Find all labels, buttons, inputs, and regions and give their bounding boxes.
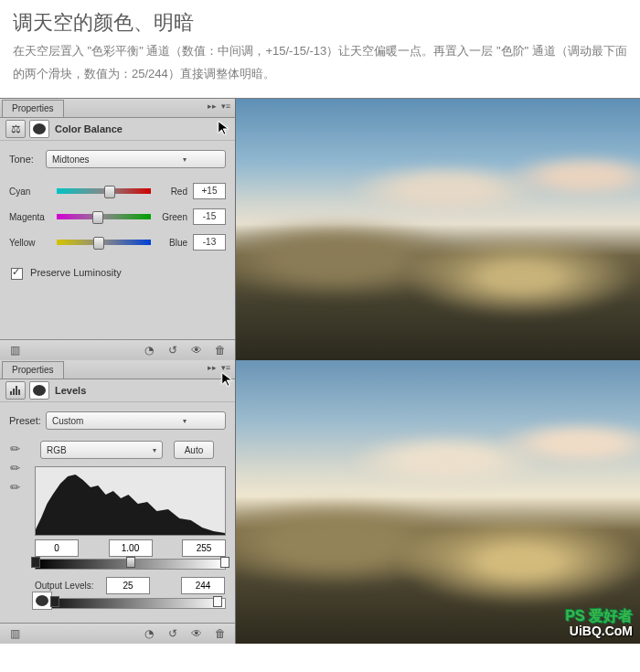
black-slider-thumb[interactable] bbox=[31, 557, 40, 568]
channel-select[interactable]: RGB ▾ bbox=[40, 441, 163, 459]
previous-state-icon[interactable]: ◔ bbox=[138, 342, 160, 358]
panel-collapse-icon[interactable]: ▾≡ bbox=[220, 101, 231, 112]
yellow-blue-slider[interactable] bbox=[57, 240, 151, 245]
slider-label-green: Green bbox=[155, 212, 187, 222]
mouse-cursor bbox=[220, 371, 237, 388]
magenta-green-slider[interactable] bbox=[57, 214, 151, 219]
delete-icon[interactable]: 🗑 bbox=[209, 625, 231, 642]
preset-value: Custom bbox=[52, 416, 89, 426]
panel-menu-icon[interactable]: ▸▸ bbox=[208, 101, 217, 111]
panel-tabbar: Properties ▸▸ ▾≡ bbox=[0, 360, 235, 379]
layer-mask-icon[interactable] bbox=[29, 381, 49, 400]
preview-image-top bbox=[236, 99, 640, 360]
histogram bbox=[35, 466, 226, 536]
panel-title: Levels bbox=[55, 385, 86, 396]
output-black[interactable] bbox=[106, 577, 150, 594]
levels-icon bbox=[5, 381, 26, 400]
cyan-red-value[interactable]: +15 bbox=[193, 183, 226, 199]
properties-tab[interactable]: Properties bbox=[2, 361, 64, 379]
input-gamma[interactable] bbox=[109, 539, 153, 557]
svg-rect-2 bbox=[16, 386, 17, 395]
clip-to-layer-icon[interactable]: ▥ bbox=[4, 342, 26, 358]
svg-rect-1 bbox=[13, 389, 15, 395]
white-slider-thumb[interactable] bbox=[220, 557, 229, 568]
slider-label-blue: Blue bbox=[155, 238, 187, 248]
preset-select[interactable]: Custom ▾ bbox=[46, 411, 226, 430]
slider-thumb[interactable] bbox=[93, 237, 104, 250]
preview-image-bottom: PS 爱好者 UiBQ.CoM bbox=[236, 360, 640, 644]
panel-menu-icon[interactable]: ▸▸ bbox=[208, 363, 217, 372]
input-gradient[interactable] bbox=[35, 559, 226, 570]
output-black-thumb[interactable] bbox=[50, 596, 59, 607]
slider-label-magenta: Magenta bbox=[9, 212, 53, 222]
properties-panel-color-balance: Properties ▸▸ ▾≡ ⚖ Color Balance Tone: M… bbox=[0, 99, 236, 360]
watermark-line2: UiBQ.CoM bbox=[565, 624, 633, 638]
eyedropper-group: ✎ ✎ ✎ bbox=[9, 439, 29, 609]
slider-thumb[interactable] bbox=[104, 186, 115, 198]
preserve-luminosity-label: Preserve Luminosity bbox=[30, 267, 122, 278]
clip-to-layer-icon[interactable]: ▥ bbox=[4, 625, 26, 642]
slider-label-yellow: Yellow bbox=[9, 238, 53, 248]
article-body: 在天空层置入 "色彩平衡" 通道（数值：中间调，+15/-15/-13）让天空偏… bbox=[0, 40, 640, 98]
output-gradient[interactable] bbox=[35, 598, 226, 609]
slider-thumb[interactable] bbox=[92, 211, 103, 224]
input-black-point[interactable] bbox=[35, 539, 79, 557]
properties-panel-levels: Properties ▸▸ ▾≡ Levels Preset: Custom ▾ bbox=[0, 360, 236, 644]
channel-value: RGB bbox=[47, 445, 67, 455]
dropdown-arrow-icon: ▾ bbox=[183, 155, 219, 164]
visibility-icon[interactable]: 👁 bbox=[186, 342, 208, 358]
output-white-thumb[interactable] bbox=[213, 596, 222, 607]
article-title: 调天空的颜色、明暗 bbox=[0, 0, 640, 40]
panel-footer: ▥ ◔ ↺ 👁 🗑 bbox=[0, 339, 235, 360]
magenta-green-value[interactable]: -15 bbox=[193, 208, 226, 225]
reset-icon[interactable]: ↺ bbox=[162, 625, 184, 642]
checkbox-icon[interactable] bbox=[11, 268, 23, 280]
layer-mask-icon[interactable] bbox=[29, 120, 49, 138]
gray-slider-thumb[interactable] bbox=[126, 557, 135, 568]
reset-icon[interactable]: ↺ bbox=[162, 342, 184, 358]
output-levels-label: Output Levels: bbox=[35, 581, 106, 591]
watermark: PS 爱好者 UiBQ.CoM bbox=[565, 608, 633, 638]
previous-state-icon[interactable]: ◔ bbox=[138, 625, 160, 642]
panel-title: Color Balance bbox=[55, 123, 123, 134]
mouse-cursor bbox=[217, 120, 233, 136]
svg-rect-3 bbox=[18, 389, 20, 395]
auto-button[interactable]: Auto bbox=[174, 441, 214, 459]
white-point-eyedropper-icon[interactable]: ✎ bbox=[7, 473, 31, 496]
tone-value: Midtones bbox=[52, 155, 89, 165]
preset-label: Preset: bbox=[9, 415, 46, 426]
cyan-red-slider[interactable] bbox=[57, 188, 151, 194]
yellow-blue-value[interactable]: -13 bbox=[193, 234, 226, 251]
color-balance-icon: ⚖ bbox=[5, 120, 26, 138]
panel-tabbar: Properties ▸▸ ▾≡ bbox=[0, 99, 235, 118]
preserve-luminosity-checkbox[interactable]: Preserve Luminosity bbox=[11, 267, 226, 280]
slider-label-cyan: Cyan bbox=[9, 187, 53, 197]
input-white-point[interactable] bbox=[182, 539, 226, 557]
tone-label: Tone: bbox=[9, 154, 46, 165]
wa-mask-icon[interactable] bbox=[32, 592, 52, 610]
properties-tab[interactable]: Properties bbox=[2, 100, 64, 117]
output-white[interactable] bbox=[181, 577, 225, 594]
slider-label-red: Red bbox=[155, 187, 187, 197]
panel-footer: ▥ ◔ ↺ 👁 🗑 bbox=[0, 623, 235, 644]
tone-select[interactable]: Midtones ▾ bbox=[46, 150, 226, 168]
visibility-icon[interactable]: 👁 bbox=[186, 625, 208, 642]
delete-icon[interactable]: 🗑 bbox=[209, 342, 231, 358]
dropdown-arrow-icon: ▾ bbox=[183, 417, 219, 425]
dropdown-arrow-icon: ▾ bbox=[153, 446, 156, 454]
svg-rect-0 bbox=[10, 391, 12, 395]
watermark-line1: PS 爱好者 bbox=[565, 608, 633, 624]
